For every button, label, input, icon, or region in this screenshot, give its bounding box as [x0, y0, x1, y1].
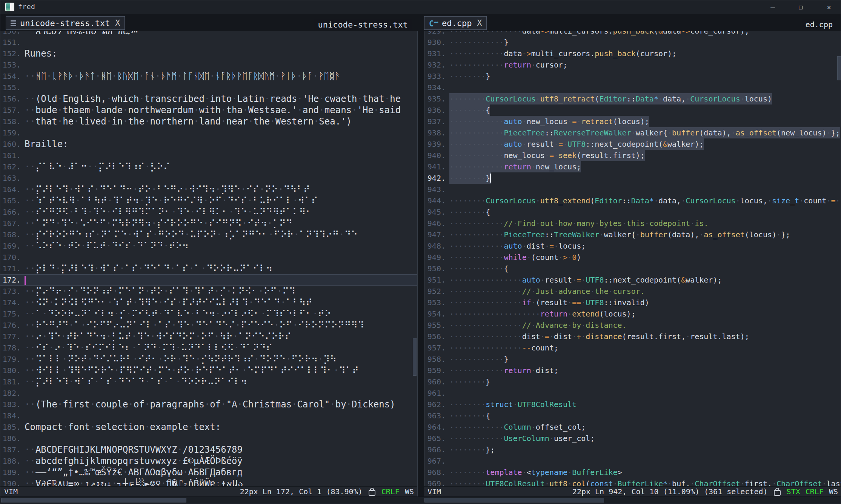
- code-line[interactable]: 958.············}: [424, 353, 841, 365]
- code-line[interactable]: 153.: [0, 59, 417, 71]
- code-line[interactable]: 934.: [424, 82, 841, 93]
- editor-pane-right[interactable]: 929.················data->multi_cursors.…: [424, 14, 841, 486]
- code-line[interactable]: 174.··⠪⠝·⠅⠝⠪⠇⠫⠛⠑⠂·⠱⠁⠞·⠹⠻⠑·⠊⠎·⠏⠜⠞⠊⠊⠥⠇⠜⠇⠹·…: [0, 297, 417, 308]
- code-line[interactable]: 941.············return·new_locus;: [424, 161, 841, 172]
- code-line[interactable]: 947.············PieceTree::TreeWalker·wa…: [424, 229, 841, 240]
- whitespace-indicator[interactable]: WS: [829, 487, 838, 496]
- code-line[interactable]: 175.··⠁·⠙⠕⠕⠗⠤⠝⠁⠊⠇⠲·⡊·⠍⠊⠣⠞·⠙⠁⠧⠑·⠃⠑⠲·⠔⠊⠇⠔⠫…: [0, 308, 417, 320]
- code-line[interactable]: 176.··⠗⠑⠛⠜⠙·⠁·⠊⠕⠋⠋⠔⠤⠝⠁⠊⠇·⠁⠎·⠹⠑·⠙⠑⠁⠙⠑⠌·⠏⠊…: [0, 320, 417, 331]
- code-line[interactable]: 182.: [0, 387, 417, 399]
- code-line[interactable]: 952.················//·Just·advance·the·…: [424, 286, 841, 297]
- code-line[interactable]: 963.········{: [424, 410, 841, 421]
- left-vertical-scrollbar-thumb[interactable]: [413, 338, 417, 376]
- code-line[interactable]: 968.········template·<typename·BufferLik…: [424, 467, 841, 478]
- code-line[interactable]: 189.··–—‘“”„†•…‰™œŠŸž€·ΑΒΓΔΩαβγδω·АБВГДа…: [0, 467, 417, 478]
- eol-indicator[interactable]: CRLF: [806, 487, 824, 496]
- left-horizontal-scrollbar-thumb[interactable]: [1, 498, 186, 502]
- code-line[interactable]: 184.: [0, 410, 417, 421]
- minimize-button[interactable]: –: [764, 1, 781, 13]
- code-line[interactable]: 938.············PieceTree::ReverseTreeWa…: [424, 127, 841, 138]
- code-line[interactable]: 154.··ᚻᛖ·ᚳᚹᚫᚦ·ᚦᚫᛏ·ᚻᛖ·ᛒᚢᛞᛖ·ᚩᚾ·ᚦᚫᛗ·ᛚᚪᚾᛞᛖ·ᚾ…: [0, 71, 417, 82]
- code-line[interactable]: 173.··⡍⠔⠙⠖·⡊·⠙⠕⠝⠰⠞·⠍⠑⠁⠝·⠞⠕·⠎⠁⠹·⠹⠁⠞·⡊·⠅⠝⠪…: [0, 286, 417, 297]
- code-line[interactable]: 957.················--count;: [424, 342, 841, 353]
- code-line[interactable]: 930.············}: [424, 37, 841, 48]
- code-line[interactable]: 185.Compact·font·selection·example·text:: [0, 421, 417, 433]
- right-horizontal-scrollbar-thumb[interactable]: [424, 498, 604, 502]
- code-line[interactable]: 159.: [0, 127, 417, 138]
- code-line[interactable]: 954.····················return·extend(lo…: [424, 308, 841, 320]
- code-line[interactable]: 950.············{: [424, 263, 841, 274]
- maximize-button[interactable]: □: [792, 1, 809, 13]
- code-line[interactable]: 156.··(Old·English,·which·transcribed·in…: [0, 93, 417, 104]
- code-line[interactable]: 959.············return·dist;: [424, 365, 841, 376]
- code-line[interactable]: 172.: [0, 274, 417, 286]
- tab-unicode-stress[interactable]: unicode-stress.txt X: [6, 16, 125, 30]
- encoding-indicator[interactable]: STX: [787, 487, 800, 496]
- code-line[interactable]: 949.············while·(count·>·0): [424, 252, 841, 263]
- editor-mode[interactable]: VIM: [4, 487, 18, 496]
- code-line[interactable]: 965.············UserColumn·user_col;: [424, 433, 841, 444]
- code-line[interactable]: 943.: [424, 184, 841, 195]
- code-line[interactable]: 962.········struct·UTF8ColResult: [424, 399, 841, 410]
- code-line[interactable]: 166.··⠎⠊⠛⠝⠫·⠃⠹·⠹⠑·⠊⠇⠻⠛⠹⠍⠁⠝⠂·⠹⠑·⠊⠇⠻⠅⠂·⠹⠑·…: [0, 206, 417, 218]
- tab-close-icon[interactable]: X: [477, 18, 482, 28]
- code-line[interactable]: 158.··that·he·lived·in·the·northern·land…: [0, 116, 417, 127]
- code-line[interactable]: 163.: [0, 172, 417, 184]
- code-line[interactable]: 164.··⡍⠜⠇⠑⠹·⠺⠁⠎·⠙⠑⠁⠙⠒·⠞⠕·⠃⠑⠛⠔·⠺⠊⠹⠲·⡹⠻⠑·⠊…: [0, 184, 417, 195]
- code-line[interactable]: 177.··⠔·⠹⠑·⠞⠗⠁⠙⠑⠲·⡃⠥⠞·⠹⠑·⠺⠊⠎⠙⠕⠍·⠕⠋·⠳⠗·⠁⠝…: [0, 331, 417, 342]
- code-line[interactable]: 967.: [424, 455, 841, 467]
- code-line[interactable]: 931.············data->multi_cursors.push…: [424, 48, 841, 59]
- code-line[interactable]: 165.··⠱⠁⠞⠑⠧⠻·⠁⠃⠳⠞·⠹⠁⠞⠲·⡹⠑·⠗⠑⠛⠊⠌⠻·⠕⠋·⠙⠊⠎·…: [0, 195, 417, 206]
- code-line[interactable]: 948.············auto·dist·=·locus;: [424, 240, 841, 252]
- code-line[interactable]: 956.················dist·=·dist·+·distan…: [424, 331, 841, 342]
- eol-indicator[interactable]: CRLF: [381, 487, 400, 496]
- right-vertical-scrollbar-thumb[interactable]: [837, 56, 841, 80]
- code-line[interactable]: 190.··∀∂∈ℝ∧∪≡∞·↑↗↨↻⇣·┐┼╔╘░►☺♀·ﬁ�⑀₂ἠḂӥẄɐː…: [0, 478, 417, 486]
- horizontal-scrollbar[interactable]: [0, 496, 841, 504]
- code-line[interactable]: 936.········{: [424, 104, 841, 116]
- code-line[interactable]: 933.········}: [424, 71, 841, 82]
- code-line[interactable]: 167.··⠁⠝⠙·⠹⠑·⠡⠊⠑⠋·⠍⠳⠗⠝⠻⠲·⡎⠊⠗⠕⠕⠛⠑·⠎⠊⠛⠝⠫·⠊…: [0, 218, 417, 229]
- code-line[interactable]: 178.··⠊⠎·⠔·⠹⠑·⠎⠊⠍⠊⠇⠑⠆·⠁⠝⠙·⠍⠹·⠥⠝⠙⠁⠇⠇⠪⠫·⠙⠁…: [0, 342, 417, 353]
- code-line[interactable]: 171.··⡕⠇⠙·⡍⠜⠇⠑⠹·⠺⠁⠎·⠁⠎·⠙⠑⠁⠙·⠁⠎·⠁·⠙⠕⠕⠗⠤⠝⠁…: [0, 263, 417, 274]
- code-line[interactable]: 969.········UTF8ColResult·utf8·col(const…: [424, 478, 841, 486]
- code-line[interactable]: 155.: [0, 82, 417, 93]
- pane-divider[interactable]: [417, 14, 424, 504]
- code-line[interactable]: 180.··⠺⠊⠇⠇·⠹⠻⠑⠋⠕⠗⠑·⠏⠻⠍⠊⠞·⠍⠑·⠞⠕·⠗⠑⠏⠑⠁⠞⠂·⠑…: [0, 365, 417, 376]
- code-line[interactable]: 188.··abcdefghijklmnopqrstuvwxyz·£©µÀÆÖÞ…: [0, 455, 417, 467]
- code-line[interactable]: 945.········{: [424, 206, 841, 218]
- code-line[interactable]: 935.········CursorLocus·utf8_retract(Edi…: [424, 93, 841, 104]
- code-line[interactable]: 942.········}: [424, 172, 841, 184]
- code-line[interactable]: 186.: [0, 433, 417, 444]
- code-line[interactable]: 187.··ABCDEFGHIJKLMNOPQRSTUVWXYZ·/012345…: [0, 444, 417, 455]
- code-line[interactable]: 932.············return·cursor;: [424, 59, 841, 71]
- whitespace-indicator[interactable]: WS: [405, 487, 414, 496]
- code-line[interactable]: 946.············//·Find·out·how·many·byt…: [424, 218, 841, 229]
- code-line[interactable]: 168.··⡎⠊⠗⠕⠕⠛⠑⠰⠎·⠝⠁⠍⠑·⠺⠁⠎·⠛⠕⠕⠙·⠥⠏⠕⠝·⠰⡡⠁⠝⠛…: [0, 229, 417, 240]
- code-line[interactable]: 162.··⡌⠁⠧⠑·⠼⠁⠒··⡍⠜⠇⠑⠹⠰⠎·⡣⠕⠌: [0, 161, 417, 172]
- code-line[interactable]: 183.··(The·first·couple·of·paragraphs·of…: [0, 399, 417, 410]
- code-line[interactable]: 960.········}: [424, 376, 841, 387]
- code-line[interactable]: 151.: [0, 37, 417, 48]
- tab-ed-cpp[interactable]: C++ ed.cpp X: [424, 16, 487, 30]
- editor-mode[interactable]: VIM: [427, 487, 441, 496]
- code-line[interactable]: 181.··⡍⠜⠇⠑⠹·⠺⠁⠎·⠁⠎·⠙⠑⠁⠙·⠁⠎·⠁·⠙⠕⠕⠗⠤⠝⠁⠊⠇⠲: [0, 376, 417, 387]
- code-line[interactable]: 955.················//·Advance·by·distan…: [424, 320, 841, 331]
- title-bar[interactable]: fred – □ ✕: [0, 0, 841, 14]
- code-line[interactable]: 951.················auto·result·=·UTF8::…: [424, 274, 841, 286]
- code-line[interactable]: 169.··⠡⠕⠎⠑·⠞⠕·⠏⠥⠞·⠙⠊⠎·⠙⠁⠝⠙·⠞⠕⠲: [0, 240, 417, 252]
- editor-pane-left[interactable]: 150.··እግርህን·በፍራሽህ·ልክ·ዘርጋ።151.152.Runes:1…: [0, 14, 417, 486]
- code-line[interactable]: 937.············auto·new_locus·=·retract…: [424, 116, 841, 127]
- code-line[interactable]: 953.················if·(result·==·UTF8::…: [424, 297, 841, 308]
- close-button[interactable]: ✕: [821, 1, 837, 13]
- code-line[interactable]: 157.··bude·thaem·lande·northweardum·with…: [0, 104, 417, 116]
- code-line[interactable]: 964.············Column·offset_col;: [424, 421, 841, 433]
- tab-close-icon[interactable]: X: [115, 18, 120, 28]
- code-line[interactable]: 944.········CursorLocus·utf8_extend(Edit…: [424, 195, 841, 206]
- code-line[interactable]: 939.············auto·result·=·UTF8::next…: [424, 138, 841, 150]
- code-line[interactable]: 152.Runes:: [0, 48, 417, 59]
- code-line[interactable]: 179.··⠩⠁⠇⠇·⠝⠕⠞·⠙⠊⠌⠥⠗⠃·⠊⠞⠂·⠕⠗·⠹⠑·⡊⠳⠝⠞⠗⠹⠰⠎…: [0, 353, 417, 365]
- code-line[interactable]: 966.········};: [424, 444, 841, 455]
- code-line[interactable]: 160.Braille:: [0, 138, 417, 150]
- code-line[interactable]: 940.············new_locus·=·seek(result.…: [424, 150, 841, 161]
